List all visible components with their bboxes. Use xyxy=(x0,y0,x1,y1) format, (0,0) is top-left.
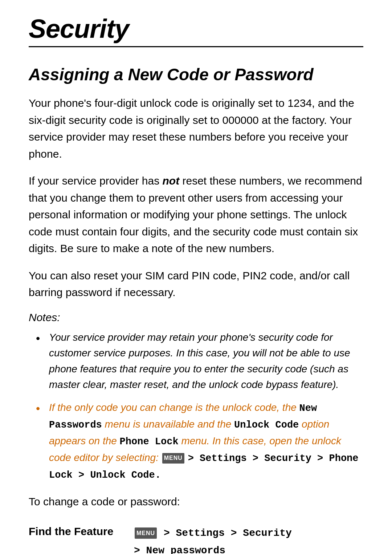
phone-lock-ref: Phone Lock xyxy=(120,436,179,447)
title-divider xyxy=(29,46,363,47)
paragraph-1: Your phone's four-digit unlock code is o… xyxy=(29,95,363,162)
bullet-list: Your service provider may retain your ph… xyxy=(36,329,363,483)
menu-icon-inline: MENU xyxy=(162,453,184,464)
find-the-feature-row: Find the Feature MENU > Settings > Secur… xyxy=(29,525,363,554)
bullet-item-1: Your service provider may retain your ph… xyxy=(36,329,363,393)
path-line2: > New passwords xyxy=(134,545,225,554)
bullet-item-2: If the only code you can change is the u… xyxy=(36,400,363,483)
paragraph-3: You can also reset your SIM card PIN cod… xyxy=(29,267,363,301)
find-the-feature-label: Find the Feature xyxy=(29,525,123,538)
section-heading: Assigning a New Code or Password xyxy=(29,65,363,85)
path-line1: > Settings > Security xyxy=(164,527,292,539)
unlock-code-ref: Unlock Code xyxy=(234,420,299,430)
menu-icon-feature: MENU xyxy=(135,527,157,539)
to-change-text: To change a code or password: xyxy=(29,493,363,510)
notes-label: Notes: xyxy=(29,311,363,324)
find-the-feature-path: MENU > Settings > Security > New passwor… xyxy=(134,525,292,554)
page-title: Security xyxy=(29,15,363,43)
paragraph-2: If your service provider has not reset t… xyxy=(29,173,363,257)
